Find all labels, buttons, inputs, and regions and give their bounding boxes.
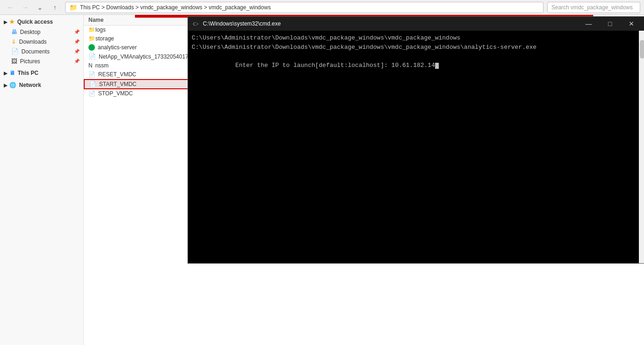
bat-icon: 📄	[89, 81, 96, 87]
file-area: Name Date modified Type Size 📁 logs 12/3…	[84, 15, 644, 345]
bat-icon: 📄	[88, 71, 95, 78]
main-layout: ▶ ★ Quick access 🖶 Desktop 📌 ⇓ Downloads…	[0, 15, 644, 345]
downloads-icon: ⇓	[11, 38, 16, 45]
file-name: nssm	[95, 62, 109, 69]
address-path: This PC > Downloads > vmdc_package_windo…	[80, 4, 271, 11]
file-name: logs	[95, 27, 106, 33]
sidebar-item-desktop[interactable]: 🖶 Desktop 📌	[0, 27, 83, 37]
file-name: RESET_VMDC	[98, 71, 136, 78]
documents-icon: 📄	[11, 48, 19, 55]
scrollbar-vertical[interactable]	[639, 31, 644, 263]
file-name: START_VMDC	[99, 81, 136, 87]
cmd-line-3: Enter the IP to launch[default:localhost…	[192, 52, 642, 79]
up-button[interactable]: ↑	[48, 1, 61, 14]
pictures-label: Pictures	[20, 58, 40, 65]
cursor	[435, 63, 439, 69]
navigation-buttons: ← → ⌄ ↑	[4, 1, 61, 14]
cmd-title-bar: C> C:\Windows\system32\cmd.exe — □ ✕	[188, 17, 644, 31]
pictures-icon: 🖼	[11, 58, 17, 65]
quick-access-header[interactable]: ▶ ★ Quick access	[0, 17, 83, 27]
chevron-icon: ▶	[4, 20, 7, 25]
network-label: Network	[19, 82, 41, 88]
recent-button[interactable]: ⌄	[34, 1, 47, 14]
cmd-maximize-button[interactable]: □	[600, 17, 620, 31]
chevron-pc-icon: ▶	[4, 71, 7, 76]
forward-button[interactable]: →	[19, 1, 32, 14]
nssm-icon: N	[88, 62, 93, 69]
cmd-title-text: C:\Windows\system32\cmd.exe	[203, 20, 578, 27]
documents-label: Documents	[21, 48, 50, 55]
folder-icon: 📁	[69, 4, 77, 11]
cmd-content: C:\Users\Administrator\Downloads\vmdc_pa…	[188, 31, 644, 91]
search-box[interactable]: Search vmdc_package_windows	[547, 2, 640, 13]
cmd-window-container: C> C:\Windows\system32\cmd.exe — □ ✕ C:\…	[135, 15, 593, 18]
back-button[interactable]: ←	[4, 1, 17, 14]
folder-icon: 📁	[88, 35, 95, 42]
cmd-minimize-button[interactable]: —	[578, 17, 599, 31]
pin-icon: 📌	[74, 29, 80, 34]
cmd-black-area	[188, 91, 644, 263]
pin-icon4: 📌	[74, 59, 80, 64]
cmd-window: C> C:\Windows\system32\cmd.exe — □ ✕ C:\…	[188, 16, 644, 264]
sidebar: ▶ ★ Quick access 🖶 Desktop 📌 ⇓ Downloads…	[0, 15, 84, 345]
this-pc-label: This PC	[18, 70, 39, 76]
sidebar-item-downloads[interactable]: ⇓ Downloads 📌	[0, 37, 83, 46]
cmd-line-2: C:\Users\Administrator\Downloads\vmdc_pa…	[192, 43, 642, 52]
exe-icon	[88, 44, 95, 51]
sidebar-item-documents[interactable]: 📄 Documents 📌	[0, 46, 83, 56]
bat-icon: 📄	[88, 90, 95, 97]
quick-access-label: Quick access	[17, 19, 53, 25]
desktop-icon: 🖶	[11, 28, 17, 35]
svg-text:C>: C>	[193, 21, 199, 27]
cmd-icon: C>	[192, 20, 199, 27]
desktop-label: Desktop	[20, 29, 40, 35]
downloads-label: Downloads	[19, 39, 47, 45]
file-name: storage	[95, 35, 114, 42]
cmd-line-3-text: Enter the IP to launch[default:localhost…	[235, 62, 435, 69]
scrollbar-thumb[interactable]	[640, 40, 644, 59]
address-bar[interactable]: 📁 This PC > Downloads > vmdc_package_win…	[65, 2, 543, 13]
pin-icon2: 📌	[74, 39, 80, 44]
file-name: STOP_VMDC	[98, 90, 133, 97]
folder-icon: 📁	[88, 27, 95, 33]
this-pc-header[interactable]: ▶ 🖥 This PC	[0, 68, 83, 78]
network-header[interactable]: ▶ 🌐 Network	[0, 80, 83, 90]
network-icon: 🌐	[9, 82, 16, 88]
title-bar: ← → ⌄ ↑ 📁 This PC > Downloads > vmdc_pac…	[0, 0, 644, 15]
pc-icon: 🖥	[9, 70, 15, 76]
sidebar-item-pictures[interactable]: 🖼 Pictures 📌	[0, 56, 83, 66]
xlsx-icon: 📄	[88, 53, 96, 60]
search-placeholder: Search vmdc_package_windows	[551, 4, 633, 11]
star-icon: ★	[9, 19, 14, 25]
cmd-window-buttons: — □ ✕	[578, 17, 642, 31]
chevron-net-icon: ▶	[4, 83, 7, 88]
cmd-line-1: C:\Users\Administrator\Downloads\vmdc_pa…	[192, 33, 642, 43]
cmd-close-button[interactable]: ✕	[621, 17, 642, 31]
file-name: analytics-server	[98, 44, 137, 51]
pin-icon3: 📌	[74, 49, 80, 54]
